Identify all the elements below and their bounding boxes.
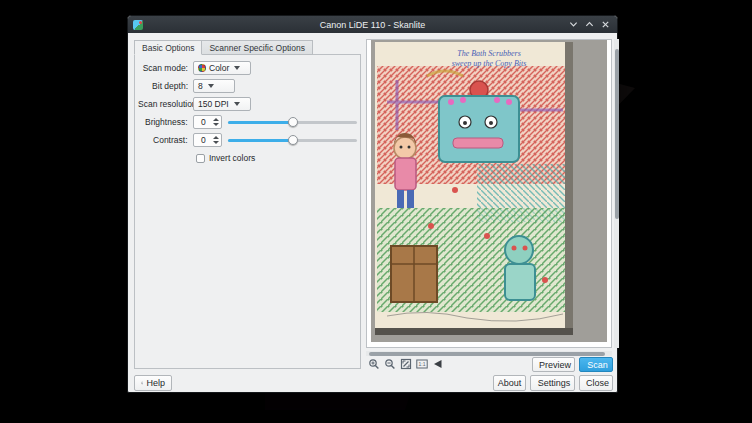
horizontal-scrollbar[interactable]	[366, 351, 612, 356]
settings-button[interactable]: Settings	[530, 375, 575, 391]
bit-depth-label: Bit depth:	[138, 81, 188, 91]
preview-viewport[interactable]: The Bath Scrubbers sweep up the Copy Bit…	[366, 39, 612, 348]
zoom-original-icon: 1:1	[416, 358, 428, 370]
maximize-icon	[585, 20, 594, 29]
contrast-spinbox[interactable]: 0	[193, 133, 223, 147]
help-glyph: ?	[142, 383, 143, 384]
window-content: Basic Options Scanner Specific Options S…	[128, 33, 617, 392]
invert-colors-checkbox[interactable]	[196, 154, 205, 163]
maximize-button[interactable]	[583, 18, 596, 31]
vertical-scrollbar[interactable]	[614, 39, 619, 348]
bit-depth-combobox[interactable]: 8	[193, 79, 235, 93]
scan-button[interactable]: Scan	[579, 357, 613, 372]
contrast-value: 0	[194, 135, 214, 145]
help-icon: ?	[141, 378, 143, 388]
spin-down-icon[interactable]	[213, 123, 219, 126]
resolution-label: Scan resolution:	[138, 99, 188, 109]
tab-scanner-specific-options-label: Scanner Specific Options	[209, 43, 304, 53]
brightness-value: 0	[194, 117, 214, 127]
settings-button-label: Settings	[538, 378, 571, 388]
titlebar[interactable]: Canon LiDE 110 - Skanlite	[128, 16, 617, 33]
spin-up-icon[interactable]	[213, 118, 219, 121]
resolution-value: 150 DPI	[198, 99, 229, 109]
combo-arrow-icon	[234, 102, 240, 106]
zoom-fit-best-button[interactable]	[399, 357, 413, 371]
color-mode-icon	[198, 64, 206, 72]
minimize-button[interactable]	[567, 18, 580, 31]
resolution-combobox[interactable]: 150 DPI	[193, 97, 251, 111]
scan-mode-combobox[interactable]: Color	[193, 61, 251, 75]
skanlite-window: Canon LiDE 110 - Skanlite Basic Options …	[127, 15, 618, 393]
combo-arrow-icon	[208, 84, 214, 88]
tab-scanner-specific-options[interactable]: Scanner Specific Options	[202, 40, 312, 55]
zoom-fit-best-icon	[400, 358, 412, 370]
resolution-row: Scan resolution: 150 DPI	[138, 97, 357, 111]
invert-colors-label: Invert colors	[209, 153, 255, 163]
about-button[interactable]: About	[493, 375, 526, 391]
preview-button[interactable]: Preview	[532, 357, 575, 372]
slider-fill	[228, 139, 292, 142]
spin-up-icon[interactable]	[213, 136, 219, 139]
bit-depth-row: Bit depth: 8	[138, 79, 357, 93]
tab-basic-options[interactable]: Basic Options	[134, 40, 202, 55]
bit-depth-value: 8	[198, 81, 203, 91]
scan-mode-label: Scan mode:	[138, 63, 188, 73]
scanned-drawing: The Bath Scrubbers sweep up the Copy Bit…	[367, 40, 612, 348]
slider-handle[interactable]	[288, 135, 298, 145]
tab-basic-options-label: Basic Options	[142, 43, 194, 53]
options-tabbar: Basic Options Scanner Specific Options	[134, 40, 313, 55]
close-button-label: Close	[586, 378, 609, 388]
slider-handle[interactable]	[288, 117, 298, 127]
invert-colors-row: Invert colors	[138, 151, 357, 165]
scan-mode-value: Color	[209, 63, 229, 73]
drawing-caption-line2: sweep up the Copy Bits	[452, 59, 527, 68]
preview-button-label: Preview	[539, 360, 571, 370]
brightness-label: Brightness:	[138, 117, 188, 127]
brightness-row: Brightness: 0	[138, 115, 357, 129]
contrast-label: Contrast:	[138, 135, 188, 145]
help-button[interactable]: ? Help	[134, 375, 172, 391]
basic-options-panel: Scan mode: Color Bit depth: 8 Scan resol…	[134, 54, 361, 369]
close-icon	[601, 20, 610, 29]
zoom-in-button[interactable]	[367, 357, 381, 371]
scrollbar-thumb[interactable]	[369, 352, 605, 356]
zoom-out-icon	[384, 358, 396, 370]
zoom-out-button[interactable]	[383, 357, 397, 371]
clear-selections-icon	[432, 358, 444, 370]
zoom-original-glyph: 1:1	[419, 361, 426, 367]
contrast-row: Contrast: 0	[138, 133, 357, 147]
window-title: Canon LiDE 110 - Skanlite	[128, 20, 617, 30]
brightness-spinbox[interactable]: 0	[193, 115, 223, 129]
close-button[interactable]: Close	[579, 375, 613, 391]
combo-arrow-icon	[234, 66, 240, 70]
slider-fill	[228, 121, 292, 124]
zoom-original-button[interactable]: 1:1	[415, 357, 429, 371]
scan-mode-row: Scan mode: Color	[138, 61, 357, 75]
zoom-in-icon	[368, 358, 380, 370]
skanlite-app-icon	[133, 20, 143, 30]
clear-selections-button[interactable]	[431, 357, 445, 371]
spin-down-icon[interactable]	[213, 141, 219, 144]
scan-button-label: Scan	[587, 360, 608, 370]
help-button-label: Help	[146, 378, 165, 388]
scrollbar-thumb[interactable]	[615, 49, 619, 219]
close-window-button[interactable]	[599, 18, 612, 31]
minimize-icon	[569, 20, 578, 29]
contrast-slider[interactable]	[228, 133, 357, 147]
brightness-slider[interactable]	[228, 115, 357, 129]
drawing-caption-line1: The Bath Scrubbers	[457, 49, 521, 58]
about-button-label: About	[498, 378, 522, 388]
